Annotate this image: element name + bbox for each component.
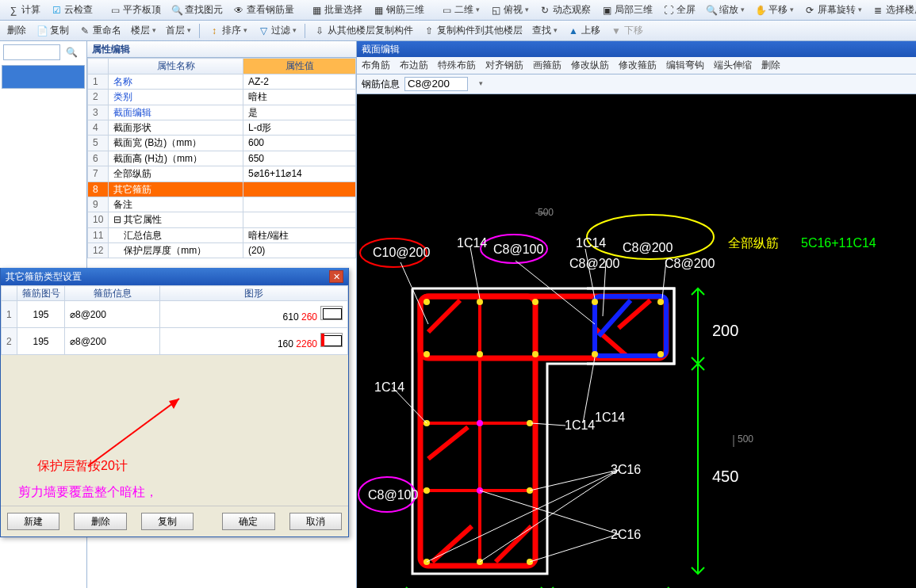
floor-label[interactable]: 楼层 — [127, 22, 160, 38]
find-elem-button[interactable]: 🔍查找图元 — [167, 2, 227, 19]
rename-button[interactable]: ✎重命名 — [75, 22, 125, 40]
lbl-1c14-b: 1C14 — [576, 235, 606, 250]
view-combo[interactable]: ▭二维 — [436, 2, 484, 19]
top-view-button[interactable]: ◱俯视 — [485, 2, 533, 19]
property-row[interactable]: 8其它箍筋 — [88, 181, 356, 197]
rotate-icon: ⟳ — [803, 4, 816, 17]
section-canvas[interactable]: C10@200 1C14 C8@100 1C14 C8@200 C8@200 C… — [357, 94, 916, 588]
property-row[interactable]: 10⊟ 其它属性 — [88, 212, 356, 227]
dialog-title-bar[interactable]: 其它箍筋类型设置 ✕ — [1, 268, 348, 285]
property-row[interactable]: 6截面高 (H边)（mm）650 — [88, 151, 356, 166]
find-button[interactable]: 查找 — [528, 22, 561, 38]
svg-line-55 — [530, 534, 619, 562]
cancel-button[interactable]: 取消 — [289, 513, 342, 530]
align-top-button[interactable]: ▭平齐板顶 — [105, 2, 165, 19]
property-row[interactable]: 4截面形状L-d形 — [88, 120, 356, 135]
lbl-c8-200a: C8@200 — [623, 240, 673, 255]
col-stirrup-no: 箍筋图号 — [17, 286, 65, 301]
filter-icon: ▽ — [257, 25, 270, 37]
tree-selected-item[interactable] — [2, 65, 85, 89]
svg-rect-0 — [420, 296, 535, 566]
svg-point-15 — [424, 299, 430, 305]
svg-line-51 — [530, 470, 619, 491]
svg-line-7 — [428, 300, 460, 332]
delete-button[interactable]: 删除 — [74, 513, 126, 530]
rebar-info-dropdown[interactable] — [473, 77, 487, 90]
tool-corner-bar[interactable]: 布角筋 — [362, 59, 390, 71]
close-icon[interactable]: ✕ — [329, 270, 343, 283]
tool-edit-long[interactable]: 修改纵筋 — [571, 59, 609, 71]
tool-delete[interactable]: 删除 — [761, 59, 780, 71]
cloud-check-button[interactable]: ☑云检查 — [46, 2, 97, 19]
stirrup-table[interactable]: 箍筋图号 箍筋信息 图形 1195⌀8@200610 2602195⌀8@200… — [1, 285, 348, 355]
batch-select-button[interactable]: ▦批量选择 — [306, 2, 366, 19]
select-floor-button[interactable]: ≣选择楼层 — [868, 2, 916, 19]
tool-draw-stirrup[interactable]: 画箍筋 — [533, 59, 561, 71]
stirrup-row[interactable]: 2195⌀8@200160 2260 — [2, 328, 348, 355]
rebar-3d-button[interactable]: ▦钢筋三维 — [368, 2, 428, 19]
copy-button[interactable]: 复制 — [141, 513, 194, 530]
property-row[interactable]: 12 保护层厚度（mm）(20) — [88, 243, 356, 258]
filter-button[interactable]: ▽过滤 — [253, 22, 301, 40]
rebar-info-input[interactable] — [404, 77, 468, 91]
copy-to-floor-button[interactable]: ⇧复制构件到其他楼层 — [419, 22, 527, 40]
property-row[interactable]: 1名称AZ-2 — [88, 74, 356, 89]
dynamic-view-button[interactable]: ↻动态观察 — [535, 2, 595, 19]
zoom-button[interactable]: 🔍缩放 — [701, 2, 749, 19]
other-stirrup-dialog: 其它箍筋类型设置 ✕ 箍筋图号 箍筋信息 图形 1195⌀8@200610 26… — [0, 268, 349, 537]
move-down-button[interactable]: ▼下移 — [606, 22, 647, 40]
view-rebar-button[interactable]: 👁查看钢筋量 — [228, 2, 298, 19]
move-up-button[interactable]: ▲上移 — [563, 22, 604, 40]
tool-edge-bar[interactable]: 布边筋 — [400, 59, 428, 71]
col-name: 属性名称 — [109, 59, 243, 74]
tool-edit-stirrup[interactable]: 修改箍筋 — [619, 59, 657, 71]
tool-align-bar[interactable]: 对齐钢筋 — [485, 59, 523, 71]
col-value: 属性值 — [243, 59, 356, 74]
svg-point-18 — [592, 299, 598, 305]
svg-marker-59 — [169, 399, 179, 409]
property-row[interactable]: 7全部纵筋5⌀16+11⌀14 — [88, 166, 356, 181]
new-button[interactable]: 新建 — [7, 513, 59, 530]
copy-from-floor-button[interactable]: ⇩从其他楼层复制构件 — [309, 22, 417, 40]
ruler-500b: 500 — [738, 433, 753, 445]
lbl-1c14-d: 1C14 — [565, 418, 595, 433]
hand-icon: ✋ — [754, 4, 767, 17]
tool-special-bar[interactable]: 特殊布筋 — [438, 59, 476, 71]
svg-line-53 — [427, 470, 619, 562]
tool-end-extend[interactable]: 端头伸缩 — [714, 59, 752, 71]
align-icon: ▭ — [109, 4, 121, 17]
lbl-2c16: 2C16 — [611, 527, 641, 542]
pan-button[interactable]: ✋平移 — [750, 2, 798, 19]
note-cover-20: 保护层暂按20计 — [37, 458, 128, 473]
copy-button[interactable]: 📄复制 — [32, 22, 73, 40]
sort-button[interactable]: ↕排序 — [204, 22, 251, 40]
ok-button[interactable]: 确定 — [222, 513, 274, 530]
lbl-c8-200c: C8@200 — [665, 256, 715, 271]
delete-button[interactable]: 删除 — [3, 22, 30, 38]
sort-icon: ↕ — [208, 25, 220, 37]
box-icon: ▣ — [600, 4, 613, 17]
fullscreen-button[interactable]: ⛶全屏 — [658, 2, 699, 19]
screen-rotate-button[interactable]: ⟳屏幕旋转 — [799, 2, 866, 19]
first-floor-combo[interactable]: 首层 — [162, 22, 195, 38]
lbl-all-val: 5C16+11C14 — [801, 235, 876, 250]
tool-edit-hook[interactable]: 编辑弯钩 — [666, 59, 704, 71]
property-row[interactable]: 9备注 — [88, 197, 356, 212]
rebar-info-label: 钢筋信息 — [362, 78, 400, 90]
property-table[interactable]: 属性名称 属性值 1名称AZ-22类别暗柱3截面编辑是4截面形状L-d形5截面宽… — [87, 58, 356, 258]
up-icon: ▲ — [567, 25, 580, 37]
calc-icon: ∑ — [7, 4, 20, 17]
dim-450: 450 — [712, 467, 738, 486]
calc-button[interactable]: ∑计算 — [3, 2, 44, 19]
property-row[interactable]: 3截面编辑是 — [88, 105, 356, 120]
tree-search-input[interactable] — [3, 44, 60, 60]
local-3d-button[interactable]: ▣局部三维 — [596, 2, 657, 19]
dim-200: 200 — [712, 321, 738, 340]
property-row[interactable]: 5截面宽 (B边)（mm）600 — [88, 136, 356, 151]
floors-icon: ≣ — [872, 4, 884, 17]
property-row[interactable]: 2类别暗柱 — [88, 90, 356, 105]
property-panel-title: 属性编辑 — [87, 41, 356, 58]
stirrup-row[interactable]: 1195⌀8@200610 260 — [2, 301, 348, 328]
search-icon[interactable]: 🔍 — [65, 46, 78, 59]
property-row[interactable]: 11 汇总信息暗柱/端柱 — [88, 227, 356, 242]
